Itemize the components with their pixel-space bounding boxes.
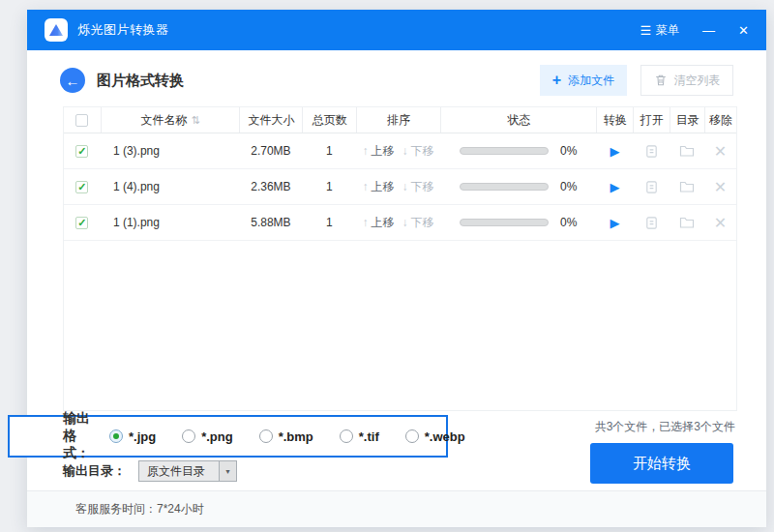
output-format-highlight-box: 输出格式： *.jpg*.png*.bmp*.tif*.webp <box>8 415 448 458</box>
start-convert-button[interactable]: 开始转换 <box>590 443 733 484</box>
table-body: ✓ 1 (3).png 2.70MB 1 ↑ 上移 ↓ 下移 0% ▶ <box>64 133 736 241</box>
dropdown-arrow-icon: ▼ <box>219 461 236 481</box>
remove-file-icon[interactable]: ✕ <box>714 214 727 232</box>
open-file-icon[interactable] <box>644 180 659 194</box>
file-size: 2.36MB <box>240 180 303 193</box>
output-format-options: *.jpg*.png*.bmp*.tif*.webp <box>109 429 465 444</box>
file-table: ✓ 文件名称 ⇅ 文件大小 总页数 排序 状态 转换 打开 目录 移除 ✓ 1 … <box>63 106 737 411</box>
column-header-pages: 总页数 <box>302 107 356 133</box>
files-summary: 共3个文件，已选择3个文件 <box>595 419 735 435</box>
format-option-webp[interactable]: *.webp <box>405 429 465 444</box>
arrow-down-icon: ↓ <box>402 144 408 158</box>
add-files-label: 添加文件 <box>568 73 614 89</box>
open-folder-icon[interactable] <box>679 180 695 193</box>
table-row: ✓ 1 (3).png 2.70MB 1 ↑ 上移 ↓ 下移 0% ▶ <box>64 133 736 169</box>
format-option-label: *.webp <box>425 429 465 444</box>
arrow-down-icon: ↓ <box>402 180 408 193</box>
column-header-sort: 排序 <box>356 107 440 133</box>
page-header: ← 图片格式转换 + 添加文件 清空列表 <box>60 64 733 97</box>
convert-play-icon[interactable]: ▶ <box>610 180 619 194</box>
row-checkbox[interactable]: ✓ <box>75 217 88 229</box>
output-dir-value: 原文件目录 <box>139 463 219 480</box>
arrow-up-icon: ↑ <box>363 180 369 193</box>
titlebar: 烁光图片转换器 ☰ 菜单 — ✕ <box>27 10 766 50</box>
radio-icon[interactable] <box>340 429 353 443</box>
column-header-dir: 目录 <box>670 107 704 133</box>
format-option-jpg[interactable]: *.jpg <box>109 429 156 444</box>
convert-play-icon[interactable]: ▶ <box>610 216 619 230</box>
plus-icon: + <box>552 73 561 88</box>
progress-bar <box>460 183 549 191</box>
row-checkbox[interactable]: ✓ <box>75 145 88 158</box>
minimize-icon[interactable]: — <box>702 24 715 37</box>
footer: 客服服务时间：7*24小时 <box>27 490 766 527</box>
format-option-png[interactable]: *.png <box>182 429 233 444</box>
progress-bar <box>460 219 549 226</box>
move-down-button[interactable]: ↓ 下移 <box>402 143 434 160</box>
row-checkbox[interactable]: ✓ <box>75 181 88 193</box>
menu-label: 菜单 <box>656 22 679 39</box>
move-up-button[interactable]: ↑ 上移 <box>363 215 395 231</box>
format-option-label: *.png <box>201 429 233 444</box>
select-all-checkbox[interactable]: ✓ <box>75 114 88 127</box>
table-header-row: ✓ 文件名称 ⇅ 文件大小 总页数 排序 状态 转换 打开 目录 移除 <box>64 107 736 133</box>
page-title: 图片格式转换 <box>97 72 184 90</box>
move-down-button[interactable]: ↓ 下移 <box>402 179 434 195</box>
format-option-bmp[interactable]: *.bmp <box>259 429 313 444</box>
move-up-button[interactable]: ↑ 上移 <box>363 179 395 195</box>
column-header-convert: 转换 <box>596 107 633 133</box>
open-folder-icon[interactable] <box>679 144 695 158</box>
column-header-open: 打开 <box>633 107 670 133</box>
move-down-button[interactable]: ↓ 下移 <box>402 215 434 231</box>
service-hours-text: 客服服务时间：7*24小时 <box>75 501 204 517</box>
radio-icon[interactable] <box>109 429 123 443</box>
open-folder-icon[interactable] <box>679 216 695 229</box>
format-option-label: *.tif <box>359 429 379 444</box>
remove-file-icon[interactable]: ✕ <box>714 142 727 161</box>
open-file-icon[interactable] <box>644 144 659 159</box>
arrow-up-icon: ↑ <box>363 216 369 229</box>
trash-icon <box>654 74 668 87</box>
arrow-down-icon: ↓ <box>402 216 408 229</box>
radio-icon[interactable] <box>405 429 419 443</box>
app-logo-icon <box>45 18 68 42</box>
format-option-tif[interactable]: *.tif <box>340 429 379 444</box>
open-file-icon[interactable] <box>644 216 659 230</box>
clear-list-label: 清空列表 <box>674 73 721 89</box>
column-header-remove: 移除 <box>704 107 736 133</box>
menu-button[interactable]: ☰ 菜单 <box>640 22 679 39</box>
add-files-button[interactable]: + 添加文件 <box>540 65 627 96</box>
file-name: 1 (3).png <box>101 144 240 158</box>
file-pages: 1 <box>302 144 356 158</box>
format-option-label: *.bmp <box>279 429 313 444</box>
remove-file-icon[interactable]: ✕ <box>714 178 727 196</box>
column-header-status: 状态 <box>440 107 597 133</box>
format-option-label: *.jpg <box>129 429 156 444</box>
app-title: 烁光图片转换器 <box>77 21 169 39</box>
output-dir-row: 输出目录： 原文件目录 ▼ <box>63 460 237 482</box>
convert-play-icon[interactable]: ▶ <box>610 144 619 159</box>
output-dir-dropdown[interactable]: 原文件目录 ▼ <box>138 460 237 482</box>
progress-percent: 0% <box>560 144 577 158</box>
arrow-up-icon: ↑ <box>363 144 369 158</box>
move-up-button[interactable]: ↑ 上移 <box>363 143 395 160</box>
table-row: ✓ 1 (4).png 2.36MB 1 ↑ 上移 ↓ 下移 0% ▶ <box>64 169 736 205</box>
back-button[interactable]: ← <box>60 68 85 93</box>
file-pages: 1 <box>302 180 356 193</box>
file-size: 5.88MB <box>240 216 303 229</box>
progress-bar <box>460 147 549 155</box>
radio-icon[interactable] <box>182 429 195 443</box>
radio-icon[interactable] <box>259 429 273 443</box>
file-name: 1 (1).png <box>101 216 240 229</box>
progress-percent: 0% <box>560 216 577 229</box>
column-sort-icon: ⇅ <box>192 114 200 127</box>
file-pages: 1 <box>302 216 356 229</box>
column-header-name[interactable]: 文件名称 ⇅ <box>101 107 240 133</box>
output-dir-label: 输出目录： <box>63 462 126 480</box>
file-name: 1 (4).png <box>101 180 240 193</box>
column-header-size: 文件大小 <box>239 107 302 133</box>
output-format-label: 输出格式： <box>63 410 90 462</box>
close-icon[interactable]: ✕ <box>738 24 749 37</box>
menu-icon: ☰ <box>640 23 651 38</box>
clear-list-button[interactable]: 清空列表 <box>640 65 733 96</box>
